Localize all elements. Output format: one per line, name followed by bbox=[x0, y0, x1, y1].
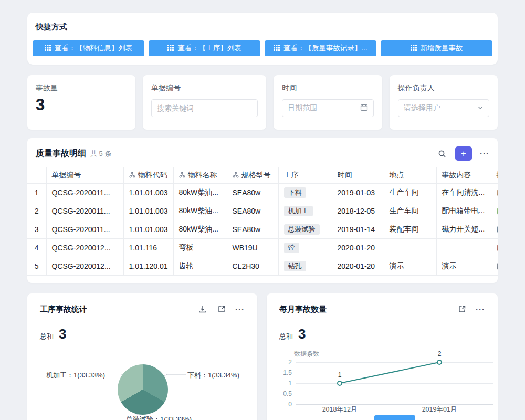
operator-filter-card: 操作负责人 请选择用户 bbox=[390, 75, 498, 130]
download-icon[interactable] bbox=[197, 304, 208, 314]
cell-doc-no: QCSG-2020011... bbox=[46, 202, 123, 220]
cell-content bbox=[436, 239, 491, 257]
open-external-icon[interactable] bbox=[457, 304, 467, 314]
chevron-down-icon bbox=[477, 103, 484, 113]
shortcut-view-material-list-button[interactable]: 查看：【物料信息】列表 bbox=[33, 40, 144, 56]
row-index: 3 bbox=[27, 220, 46, 239]
pie-total-value: 3 bbox=[59, 326, 66, 342]
shortcut-add-quality-accident-button[interactable]: 新增质量事故 bbox=[381, 40, 492, 56]
cell-material-code: 1.01.01.003 bbox=[123, 202, 173, 220]
table-row[interactable]: 3 QCSG-2020011... 1.01.01.003 80kW柴油... … bbox=[27, 220, 498, 239]
accident-count-value: 3 bbox=[36, 96, 127, 114]
cell-place: 装配车间 bbox=[384, 220, 436, 239]
cell-material-name: 80kW柴油... bbox=[173, 202, 227, 220]
point-value-label: 2 bbox=[438, 350, 442, 358]
data-point bbox=[338, 381, 342, 385]
cell-spec: SEA80w bbox=[227, 220, 278, 239]
shortcuts-title: 快捷方式 bbox=[36, 22, 492, 32]
table-row[interactable]: 5 QCSG-2020012... 1.01.120.01 齿轮 CL2H30 … bbox=[27, 257, 498, 276]
process-tag: 机加工 bbox=[284, 206, 313, 216]
cell-process: 钻孔 bbox=[278, 257, 332, 276]
shortcut-view-quality-records-button[interactable]: 查看：【质量事故记录】... bbox=[265, 40, 376, 56]
calendar-icon[interactable] bbox=[360, 103, 368, 113]
cell-content: 演示 bbox=[436, 257, 491, 276]
shortcuts-card: 快捷方式 查看：【物料信息】列表 查看：【工序】列表 查看：【质量事故记录】..… bbox=[27, 13, 498, 65]
line-total-row: 总和 3 bbox=[279, 326, 498, 342]
time-filter-card: 时间 日期范围 bbox=[274, 75, 382, 130]
line-total-value: 3 bbox=[298, 326, 306, 342]
col-place: 地点 bbox=[384, 167, 436, 184]
process-tag: 镗 bbox=[284, 243, 299, 253]
filter-row: 事故量 3 单据编号 时间 日期范围 操作负责人 请选择用户 bbox=[27, 75, 498, 130]
col-process: 工序 bbox=[278, 167, 332, 184]
cell-date: 2020-01-20 bbox=[332, 239, 384, 257]
cell-process: 机加工 bbox=[278, 202, 332, 220]
cell-spec: SEA80w bbox=[227, 202, 278, 220]
avatar bbox=[497, 242, 498, 254]
process-tag: 下料 bbox=[284, 187, 306, 198]
cell-doc-no: QCSG-2020012... bbox=[46, 239, 123, 257]
col-material-name: 物料名称 bbox=[173, 167, 227, 184]
x-axis-chip[interactable] bbox=[374, 415, 415, 420]
cell-date: 2019-01-14 bbox=[332, 220, 384, 239]
x-tick-dec-2018: 2018年12月 bbox=[313, 405, 366, 414]
cell-material-name: 80kW柴油... bbox=[173, 184, 227, 202]
row-index: 2 bbox=[27, 202, 46, 220]
cell-spec: SEA80w bbox=[227, 184, 278, 202]
avatar bbox=[497, 224, 498, 235]
process-tag: 总装试验 bbox=[284, 224, 320, 235]
table-row[interactable]: 4 QCSG-2020012... 1.01.116 弯板 WB19U 镗 20… bbox=[27, 239, 498, 257]
cell-place: 生产车间 bbox=[384, 202, 436, 220]
col-material-code: 物料代码 bbox=[123, 167, 173, 184]
grid-icon bbox=[411, 45, 417, 52]
point-value-label: 1 bbox=[338, 371, 342, 379]
pie-label-assembly-test: 总装试验：1(33.33%) bbox=[126, 415, 192, 420]
shortcut-label: 查看：【工序】列表 bbox=[177, 44, 242, 53]
operator-select[interactable]: 请选择用户 bbox=[398, 99, 489, 117]
search-icon[interactable] bbox=[437, 149, 447, 159]
col-operator: 操作负责人 bbox=[491, 167, 498, 184]
cell-spec: CL2H30 bbox=[227, 257, 278, 276]
line-more-menu[interactable]: ··· bbox=[476, 305, 485, 314]
row-index: 1 bbox=[27, 184, 46, 202]
avatar bbox=[497, 260, 498, 272]
col-doc-no: 单据编号 bbox=[46, 167, 123, 184]
detail-table-header: 质量事故明细 共 5 条 + ··· bbox=[27, 138, 498, 167]
table-more-menu[interactable]: ··· bbox=[480, 149, 489, 158]
date-range-picker[interactable]: 日期范围 bbox=[282, 99, 373, 117]
cell-spec: WB19U bbox=[227, 239, 278, 257]
cell-doc-no: QCSG-2020011... bbox=[46, 220, 123, 239]
cell-place: 生产车间 bbox=[384, 184, 436, 202]
data-point bbox=[437, 360, 442, 364]
quality-accident-table: 单据编号 物料代码 物料名称 规格型号 工序 时间 地点 事故内容 操作负责人 … bbox=[27, 167, 498, 276]
process-accident-pie-card: 工序事故统计 ··· 总和 3 机加工：1(33.33%) bbox=[27, 293, 257, 420]
table-row[interactable]: 2 QCSG-2020011... 1.01.01.003 80kW柴油... … bbox=[27, 202, 498, 220]
add-record-button[interactable]: + bbox=[455, 146, 472, 161]
shortcut-view-process-list-button[interactable]: 查看：【工序】列表 bbox=[149, 40, 260, 56]
process-tag: 钻孔 bbox=[284, 261, 306, 271]
doc-no-filter-card: 单据编号 bbox=[143, 75, 266, 130]
open-external-icon[interactable] bbox=[216, 304, 227, 314]
col-content: 事故内容 bbox=[436, 167, 491, 184]
cell-operator bbox=[491, 202, 498, 220]
line-card-header: 每月事故数量 ··· bbox=[267, 293, 498, 314]
accident-count-card: 事故量 3 bbox=[27, 75, 135, 130]
time-filter-label: 时间 bbox=[282, 83, 373, 93]
cell-date: 2018-12-05 bbox=[332, 202, 384, 220]
cell-material-code: 1.01.01.003 bbox=[123, 220, 173, 239]
detail-table-title: 质量事故明细 bbox=[36, 148, 86, 159]
cell-process: 总装试验 bbox=[278, 220, 332, 239]
cell-content: 配电箱带电... bbox=[436, 202, 491, 220]
pie-card-header: 工序事故统计 ··· bbox=[27, 293, 257, 314]
table-row[interactable]: 1 QCSG-2020011... 1.01.01.003 80kW柴油... … bbox=[27, 184, 498, 202]
cell-operator bbox=[491, 257, 498, 276]
pie-more-menu[interactable]: ··· bbox=[235, 305, 245, 314]
doc-no-search-box[interactable] bbox=[151, 99, 258, 117]
dashboard-page: 快捷方式 查看：【物料信息】列表 查看：【工序】列表 查看：【质量事故记录】..… bbox=[27, 13, 498, 420]
doc-no-filter-label: 单据编号 bbox=[151, 83, 258, 93]
cell-material-code: 1.01.120.01 bbox=[123, 257, 173, 276]
cell-place bbox=[384, 239, 436, 257]
line-chart-area: 数据条数 2 1.5 1 0.5 0 1 2 2018年12月 bbox=[267, 349, 498, 420]
doc-no-search-input[interactable] bbox=[157, 104, 252, 112]
pie-total-label: 总和 bbox=[40, 332, 54, 341]
